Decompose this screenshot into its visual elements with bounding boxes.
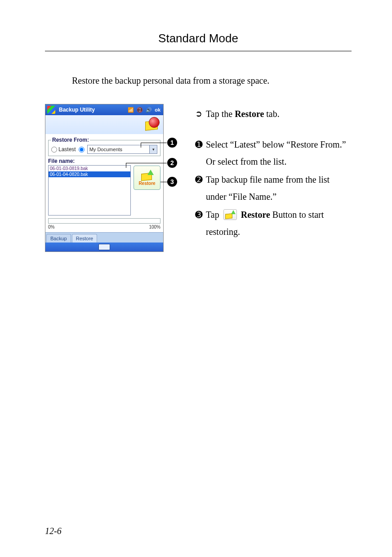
instruction-2: ➋ Tap backup file name from the list und…: [195, 171, 352, 205]
bullet-2-icon: ➋: [195, 171, 206, 205]
text-bold: Restore: [241, 210, 270, 220]
list-item[interactable]: 06-01-04-0820.bak: [49, 171, 130, 177]
instruction-list: ➲ Tap the Restore tab. ➊ Select “Latest”…: [180, 104, 352, 241]
instruction-3: ➌ Tap Restore Button to start restoring.: [195, 206, 352, 240]
callout-leader: [141, 143, 144, 148]
location-combo-value: My Documents: [88, 147, 149, 152]
system-tray: 📶 📵 🔊 ok: [128, 107, 163, 113]
bullet-1-icon: ➊: [195, 136, 206, 170]
callout-leader: [129, 163, 167, 163]
ok-button[interactable]: ok: [155, 107, 160, 113]
callout-leader: [160, 182, 167, 182]
backup-hero-icon: [143, 117, 160, 131]
radio-off-icon: 📵: [137, 107, 143, 113]
text: Tap: [206, 210, 222, 220]
chevron-down-icon[interactable]: ▾: [149, 145, 157, 153]
callout-leader: [143, 143, 167, 143]
instruction-c: ➲ Tap the Restore tab.: [195, 105, 352, 122]
app-title: Backup Utility: [57, 107, 97, 113]
intro-text: Restore the backup personal data from a …: [72, 76, 352, 86]
start-flag-icon[interactable]: [47, 106, 55, 114]
list-radio[interactable]: [79, 147, 85, 153]
page-number: 12-6: [45, 526, 62, 536]
text: Tap the: [206, 109, 235, 119]
restore-button[interactable]: Restore: [134, 166, 160, 190]
page-title: Standard Mode: [45, 31, 352, 51]
restore-inline-icon: [223, 209, 237, 220]
tab-backup[interactable]: Backup: [46, 234, 71, 243]
latest-radio[interactable]: Lastest: [51, 146, 76, 153]
text: tab.: [264, 109, 279, 119]
latest-radio-input[interactable]: [51, 147, 57, 153]
text-bold: Restore: [235, 109, 264, 119]
restore-icon: [140, 170, 154, 180]
location-combo[interactable]: My Documents ▾: [87, 145, 157, 154]
latest-radio-label: Lastest: [58, 146, 76, 153]
sip-bar: [45, 243, 163, 252]
bullet-3-icon: ➌: [195, 206, 206, 240]
tab-bar: Backup Restore: [45, 232, 163, 243]
callout-1: 1: [167, 138, 177, 148]
callout-3: 3: [167, 177, 177, 187]
keyboard-icon[interactable]: [98, 244, 110, 250]
list-item[interactable]: 06-01-03-0819.bak: [49, 166, 130, 171]
volume-icon: 🔊: [146, 107, 152, 113]
progress-right: 100%: [149, 225, 160, 229]
tab-restore[interactable]: Restore: [72, 234, 98, 243]
restore-from-legend: Restore From:: [51, 137, 90, 143]
callout-leader: [126, 163, 129, 168]
callout-2: 2: [167, 158, 177, 168]
restore-button-label: Restore: [138, 181, 155, 186]
text: Select “Latest” below “Restore From.” Or…: [206, 136, 352, 170]
list-radio-input[interactable]: [79, 147, 85, 153]
hero-strip: [45, 115, 163, 134]
text: Tap backup file name from the list under…: [206, 171, 352, 205]
pda-screenshot: Backup Utility 📶 📵 🔊 ok Restore F: [45, 104, 164, 252]
signal-icon: 📶: [128, 107, 134, 113]
instruction-1: ➊ Select “Latest” below “Restore From.” …: [195, 136, 352, 170]
progress-area: 0% 100%: [48, 218, 160, 229]
title-bar: Backup Utility 📶 📵 🔊 ok: [45, 104, 163, 115]
file-list[interactable]: 06-01-03-0819.bak 06-01-04-0820.bak: [48, 165, 131, 216]
progress-left: 0%: [48, 225, 54, 229]
bullet-c-icon: ➲: [195, 106, 206, 123]
progress-bar: [48, 218, 160, 224]
